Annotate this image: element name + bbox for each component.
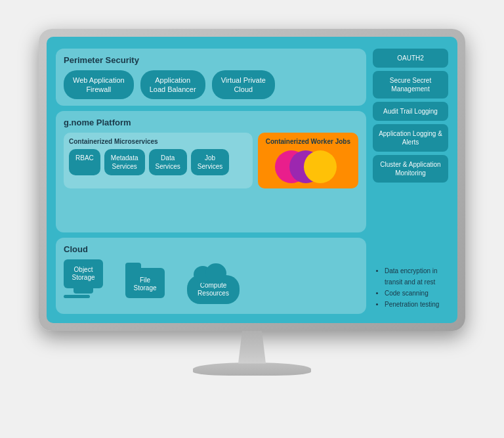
object-storage-base bbox=[64, 295, 90, 298]
perimeter-items: Web ApplicationFirewall ApplicationLoad … bbox=[64, 70, 358, 100]
worker-jobs-box: Containerized Worker Jobs bbox=[258, 133, 358, 188]
file-storage-icon: FileStorage bbox=[125, 268, 165, 298]
monitor-stand-neck bbox=[232, 331, 272, 364]
bullet-1: Code scanning bbox=[385, 288, 446, 299]
perimeter-item-1[interactable]: ApplicationLoad Balancer bbox=[140, 70, 205, 100]
worker-circles bbox=[275, 150, 341, 183]
microservices-box: Containerized Microservices RBAC Metadat… bbox=[64, 133, 253, 188]
ms-metadata[interactable]: MetadataServices bbox=[104, 149, 145, 175]
ms-data[interactable]: DataServices bbox=[149, 149, 187, 175]
main-content: Perimeter Security Web ApplicationFirewa… bbox=[56, 49, 366, 314]
layout: Perimeter Security Web ApplicationFirewa… bbox=[56, 49, 448, 314]
compute-resources-icon: ComputeResources bbox=[187, 262, 240, 304]
bullets-list: Data encryption in transit and at rest C… bbox=[375, 265, 446, 310]
sidebar-monitoring[interactable]: Cluster & Application Monitoring bbox=[373, 155, 448, 183]
sidebar-right: OAUTH2 Secure Secret Management Audit Tr… bbox=[373, 49, 448, 314]
microservices-title: Containerized Microservices bbox=[69, 138, 247, 145]
sidebar-logging[interactable]: Application Logging & Alerts bbox=[373, 124, 448, 152]
perimeter-item-2[interactable]: Virtual PrivateCloud bbox=[212, 70, 275, 100]
compute-resources-cloud[interactable]: ComputeResources bbox=[187, 275, 240, 304]
monitor-screen: Perimeter Security Web ApplicationFirewa… bbox=[47, 37, 457, 323]
microservices-items: RBAC MetadataServices DataServices JobSe… bbox=[69, 149, 247, 175]
gnome-title: g.nome Platform bbox=[64, 118, 358, 127]
object-storage-monitor[interactable]: ObjectStorage bbox=[64, 259, 103, 288]
monitor-body: Perimeter Security Web ApplicationFirewa… bbox=[39, 29, 465, 331]
ms-rbac[interactable]: RBAC bbox=[69, 149, 100, 175]
gnome-section: g.nome Platform Containerized Microservi… bbox=[56, 111, 366, 232]
file-storage-folder[interactable]: FileStorage bbox=[125, 268, 165, 298]
cloud-title: Cloud bbox=[64, 244, 358, 254]
sidebar-secret[interactable]: Secure Secret Management bbox=[373, 71, 448, 99]
ms-job[interactable]: JobServices bbox=[191, 149, 229, 175]
worker-jobs-title: Containerized Worker Jobs bbox=[266, 138, 350, 145]
scene: Perimeter Security Web ApplicationFirewa… bbox=[0, 0, 504, 438]
perimeter-title: Perimeter Security bbox=[64, 55, 358, 65]
perimeter-section: Perimeter Security Web ApplicationFirewa… bbox=[56, 49, 366, 106]
cloud-section: Cloud ObjectStorage bbox=[56, 238, 366, 314]
bullet-2: Penetration testing bbox=[385, 299, 446, 310]
sidebar-audit[interactable]: Audit Trail Logging bbox=[373, 102, 448, 121]
monitor: Perimeter Security Web ApplicationFirewa… bbox=[29, 29, 475, 410]
circle-yellow bbox=[304, 150, 337, 183]
monitor-stand-base bbox=[193, 362, 311, 376]
perimeter-item-0[interactable]: Web ApplicationFirewall bbox=[64, 70, 134, 100]
cloud-items: ObjectStorage FileStorage bbox=[64, 259, 358, 307]
gnome-inner: Containerized Microservices RBAC Metadat… bbox=[64, 133, 358, 188]
object-storage-icon: ObjectStorage bbox=[64, 259, 103, 307]
sidebar-oauth2[interactable]: OAUTH2 bbox=[373, 49, 448, 68]
bullet-0: Data encryption in transit and at rest bbox=[385, 265, 446, 288]
bullets-section: Data encryption in transit and at rest C… bbox=[373, 261, 448, 314]
